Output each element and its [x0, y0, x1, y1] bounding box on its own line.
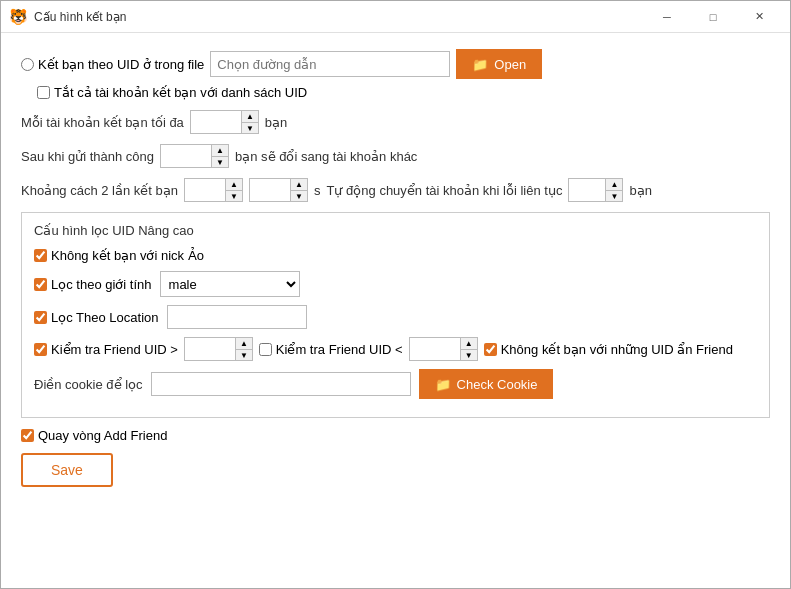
window-icon: 🐯 — [9, 8, 28, 26]
save-button[interactable]: Save — [21, 453, 113, 487]
uid-file-row: Kết bạn theo UID ở trong file 📁 Open — [21, 49, 770, 79]
interval-input3-wrap: 4 ▲ ▼ — [568, 178, 623, 202]
disable-accounts-row: Tắt cả tài khoản kết bạn với danh sách U… — [37, 85, 770, 100]
max-friends-label-suffix: bạn — [265, 115, 287, 130]
cookie-label: Điền cookie để lọc — [34, 377, 143, 392]
folder-icon: 📁 — [472, 57, 488, 72]
interval-input2[interactable]: 120 — [250, 179, 290, 201]
no-nick-ao-row: Không kết bạn với nick Ảo — [34, 248, 757, 263]
max-friends-input[interactable]: 500 — [191, 111, 241, 133]
interval-down2[interactable]: ▼ — [291, 190, 307, 201]
uid-check2-down[interactable]: ▼ — [461, 349, 477, 360]
interval-unit: s — [314, 183, 321, 198]
uid-check2-checkbox[interactable] — [259, 343, 272, 356]
max-friends-input-wrap: 500 ▲ ▼ — [190, 110, 259, 134]
filter-box: Cấu hình lọc UID Nâng cao Không kết bạn … — [21, 212, 770, 418]
gender-select[interactable]: male female all — [160, 271, 300, 297]
max-friends-row: Mỗi tài khoản kết bạn tối đa 500 ▲ ▼ bạn — [21, 110, 770, 134]
uid-check1-checkbox[interactable] — [34, 343, 47, 356]
interval-auto-label: Tự động chuyển tài khoản khi lỗi liên tụ… — [327, 183, 563, 198]
uid-check1-down[interactable]: ▼ — [236, 349, 252, 360]
cookie-input[interactable] — [151, 372, 411, 396]
location-input[interactable]: ha noi — [167, 305, 307, 329]
interval-up2[interactable]: ▲ — [291, 179, 307, 190]
uid-check2-input[interactable]: 1500 — [410, 338, 460, 360]
cookie-folder-icon: 📁 — [435, 377, 451, 392]
title-controls: ─ □ ✕ — [644, 1, 782, 33]
disable-accounts-checkbox[interactable] — [37, 86, 50, 99]
gender-filter-row: Lọc theo giới tính male female all — [34, 271, 757, 297]
interval-up1[interactable]: ▲ — [226, 179, 242, 190]
content-area: Kết bạn theo UID ở trong file 📁 Open Tắt… — [1, 33, 790, 588]
uid-check3-label[interactable]: Không kết bạn với những UID ẩn Friend — [484, 342, 733, 357]
gender-checkbox[interactable] — [34, 278, 47, 291]
max-friends-spinners: ▲ ▼ — [241, 111, 258, 133]
uid-radio-label[interactable]: Kết bạn theo UID ở trong file — [21, 57, 204, 72]
after-success-input-wrap: 20 ▲ ▼ — [160, 144, 229, 168]
uid-check3-checkbox[interactable] — [484, 343, 497, 356]
open-button[interactable]: 📁 Open — [456, 49, 542, 79]
uid-radio[interactable] — [21, 58, 34, 71]
uid-check-row: Kiểm tra Friend UID > 200 ▲ ▼ Kiểm tra F… — [34, 337, 757, 361]
uid-check2-spinners: ▲ ▼ — [460, 338, 477, 360]
uid-check1-input[interactable]: 200 — [185, 338, 235, 360]
interval-input1-wrap: 60 ▲ ▼ — [184, 178, 243, 202]
no-nick-ao-checkbox[interactable] — [34, 249, 47, 262]
interval-spinners3: ▲ ▼ — [605, 179, 622, 201]
after-success-down[interactable]: ▼ — [212, 156, 228, 167]
after-success-spinners: ▲ ▼ — [211, 145, 228, 167]
uid-check1-label[interactable]: Kiểm tra Friend UID > — [34, 342, 178, 357]
after-success-input[interactable]: 20 — [161, 145, 211, 167]
interval-down3[interactable]: ▼ — [606, 190, 622, 201]
interval-input3[interactable]: 4 — [569, 179, 605, 201]
uid-check1-input-wrap: 200 ▲ ▼ — [184, 337, 253, 361]
location-filter-row: Lọc Theo Location ha noi — [34, 305, 757, 329]
path-input[interactable] — [210, 51, 450, 77]
window-title: Cấu hình kết bạn — [34, 10, 644, 24]
location-checkbox[interactable] — [34, 311, 47, 324]
loop-add-checkbox[interactable] — [21, 429, 34, 442]
close-button[interactable]: ✕ — [736, 1, 782, 33]
interval-ban-label: bạn — [629, 183, 651, 198]
max-friends-up[interactable]: ▲ — [242, 111, 258, 122]
uid-check2-up[interactable]: ▲ — [461, 338, 477, 349]
loop-add-label[interactable]: Quay vòng Add Friend — [21, 428, 167, 443]
main-window: 🐯 Cấu hình kết bạn ─ □ ✕ Kết bạn theo UI… — [0, 0, 791, 589]
after-success-label-suffix: bạn sẽ đổi sang tài khoản khác — [235, 149, 417, 164]
cookie-row: Điền cookie để lọc 📁 Check Cookie — [34, 369, 757, 399]
interval-input2-wrap: 120 ▲ ▼ — [249, 178, 308, 202]
disable-accounts-label[interactable]: Tắt cả tài khoản kết bạn với danh sách U… — [37, 85, 307, 100]
after-success-up[interactable]: ▲ — [212, 145, 228, 156]
interval-up3[interactable]: ▲ — [606, 179, 622, 190]
filter-title: Cấu hình lọc UID Nâng cao — [34, 223, 757, 238]
loop-add-row: Quay vòng Add Friend — [21, 428, 770, 443]
interval-spinners1: ▲ ▼ — [225, 179, 242, 201]
no-nick-ao-label[interactable]: Không kết bạn với nick Ảo — [34, 248, 204, 263]
check-cookie-button[interactable]: 📁 Check Cookie — [419, 369, 554, 399]
uid-check1-spinners: ▲ ▼ — [235, 338, 252, 360]
interval-input1[interactable]: 60 — [185, 179, 225, 201]
uid-check1-up[interactable]: ▲ — [236, 338, 252, 349]
gender-checkbox-label[interactable]: Lọc theo giới tính — [34, 277, 152, 292]
interval-spinners2: ▲ ▼ — [290, 179, 307, 201]
max-friends-label-prefix: Mỗi tài khoản kết bạn tối đa — [21, 115, 184, 130]
after-success-row: Sau khi gửi thành công 20 ▲ ▼ bạn sẽ đổi… — [21, 144, 770, 168]
minimize-button[interactable]: ─ — [644, 1, 690, 33]
uid-check2-input-wrap: 1500 ▲ ▼ — [409, 337, 478, 361]
maximize-button[interactable]: □ — [690, 1, 736, 33]
after-success-label-prefix: Sau khi gửi thành công — [21, 149, 154, 164]
interval-row: Khoảng cách 2 lần kết bạn 60 ▲ ▼ 120 ▲ ▼… — [21, 178, 770, 202]
uid-check2-label[interactable]: Kiểm tra Friend UID < — [259, 342, 403, 357]
title-bar: 🐯 Cấu hình kết bạn ─ □ ✕ — [1, 1, 790, 33]
interval-label-prefix: Khoảng cách 2 lần kết bạn — [21, 183, 178, 198]
interval-down1[interactable]: ▼ — [226, 190, 242, 201]
location-checkbox-label[interactable]: Lọc Theo Location — [34, 310, 159, 325]
save-row: Save — [21, 453, 770, 487]
max-friends-down[interactable]: ▼ — [242, 122, 258, 133]
